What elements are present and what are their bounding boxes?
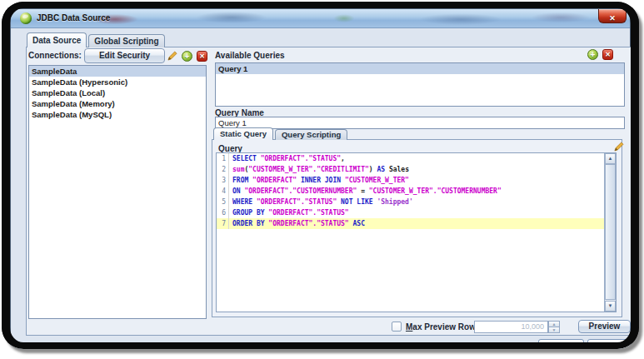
connections-list: SampleDataSampleData (Hypersonic)SampleD…	[28, 65, 207, 319]
connection-item-sampledata-local[interactable]: SampleData (Local)	[29, 87, 206, 98]
connection-item-sampledata-mysql[interactable]: SampleData (MySQL)	[29, 109, 206, 120]
screenshot-canvas: JDBC Data Source ✕ Data SourceGlobal Scr…	[0, 0, 644, 359]
code-text: ON "ORDERFACT"."CUSTOMERNUMBER" = "CUSTO…	[229, 186, 502, 197]
delete-query-icon[interactable]: ✕	[602, 49, 613, 60]
edit-security-button[interactable]: Edit Security	[84, 48, 165, 63]
line-number: 2	[217, 164, 229, 175]
max-rows-input[interactable]: 10,000	[474, 321, 548, 333]
close-icon: ✕	[609, 14, 616, 22]
tab-static-query[interactable]: Static Query	[213, 127, 273, 140]
scroll-down-icon[interactable]: ▼	[605, 301, 616, 312]
code-line-2: 2sum("CUSTOMER_W_TER"."CREDITLIMIT") AS …	[217, 164, 604, 175]
jdbc-data-source-dialog: JDBC Data Source ✕ Data SourceGlobal Scr…	[10, 8, 631, 349]
clipped-cancel-button[interactable]	[587, 339, 632, 349]
rows-spinner[interactable]: ▲ ▼	[548, 321, 560, 333]
line-number: 5	[217, 197, 229, 207]
title-bar[interactable]: JDBC Data Source ✕	[11, 9, 630, 28]
window-title: JDBC Data Source	[37, 9, 110, 27]
code-text: SELECT "ORDERFACT"."STATUS",	[229, 153, 345, 164]
connection-item-sampledata-hypersonic[interactable]: SampleData (Hypersonic)	[29, 77, 206, 87]
max-preview-rows-label: Max Preview Rows	[406, 322, 481, 332]
code-line-7: 7ORDER BY "ORDERFACT"."STATUS" ASC	[217, 218, 604, 229]
preview-button[interactable]: Preview	[578, 320, 631, 333]
delete-connection-icon[interactable]: ✕	[197, 51, 207, 62]
connection-item-sampledata-memory[interactable]: SampleData (Memory)	[29, 98, 206, 109]
line-number: 7	[217, 218, 229, 229]
edit-query-pencil-icon[interactable]	[613, 141, 625, 152]
available-queries-label: Available Queries	[215, 51, 285, 60]
max-preview-rows-checkbox[interactable]	[392, 322, 402, 332]
main-tab-bar: Data SourceGlobal Scripting	[27, 32, 165, 47]
add-query-icon[interactable]: +	[587, 49, 598, 60]
editor-scrollbar[interactable]: ▲ ▼	[604, 153, 616, 312]
code-line-4: 4ON "ORDERFACT"."CUSTOMERNUMBER" = "CUST…	[217, 186, 604, 197]
scrollbar-thumb[interactable]	[605, 164, 616, 300]
edit-connection-pencil-icon[interactable]	[167, 50, 178, 62]
add-connection-icon[interactable]: +	[182, 51, 192, 62]
spinner-down-icon[interactable]: ▼	[548, 327, 560, 333]
query-item-query-1[interactable]: Query 1	[216, 63, 624, 74]
tab-global-scripting[interactable]: Global Scripting	[88, 34, 164, 47]
tab-query-scripting[interactable]: Query Scripting	[275, 129, 347, 140]
code-line-1: 1SELECT "ORDERFACT"."STATUS",	[217, 153, 604, 164]
line-number: 3	[217, 175, 229, 186]
code-text: sum("CUSTOMER_W_TER"."CREDITLIMIT") AS S…	[229, 164, 409, 175]
rounded-frame: JDBC Data Source ✕ Data SourceGlobal Scr…	[2, 2, 639, 349]
line-number: 4	[217, 186, 229, 197]
code-text: FROM "ORDERFACT" INNER JOIN "CUSTOMER_W_…	[229, 175, 409, 186]
queries-list: Query 1	[215, 62, 625, 107]
spinner-up-icon[interactable]: ▲	[548, 321, 560, 327]
tab-data-source[interactable]: Data Source	[27, 32, 87, 47]
close-button[interactable]: ✕	[598, 9, 627, 23]
app-logo-icon	[20, 12, 32, 24]
line-number: 1	[217, 153, 229, 164]
line-number: 6	[217, 207, 229, 218]
sql-editor[interactable]: 1SELECT "ORDERFACT"."STATUS",2sum("CUSTO…	[216, 152, 617, 312]
query-tab-bar: Static QueryQuery Scripting	[213, 127, 347, 140]
code-line-6: 6GROUP BY "ORDERFACT"."STATUS"	[217, 207, 604, 218]
scroll-up-icon[interactable]: ▲	[605, 153, 616, 164]
code-text: GROUP BY "ORDERFACT"."STATUS"	[229, 207, 349, 218]
connections-label: Connections:	[28, 51, 82, 60]
code-line-5: 5WHERE "ORDERFACT"."STATUS" NOT LIKE 'Sh…	[217, 197, 604, 207]
code-text: ORDER BY "ORDERFACT"."STATUS" ASC	[229, 218, 365, 229]
code-line-3: 3FROM "ORDERFACT" INNER JOIN "CUSTOMER_W…	[217, 175, 604, 186]
sql-code-area: 1SELECT "ORDERFACT"."STATUS",2sum("CUSTO…	[217, 153, 604, 229]
code-text: WHERE "ORDERFACT"."STATUS" NOT LIKE 'Shi…	[229, 197, 413, 207]
connection-item-sampledata[interactable]: SampleData	[29, 66, 206, 77]
clipped-ok-button[interactable]	[538, 339, 584, 349]
